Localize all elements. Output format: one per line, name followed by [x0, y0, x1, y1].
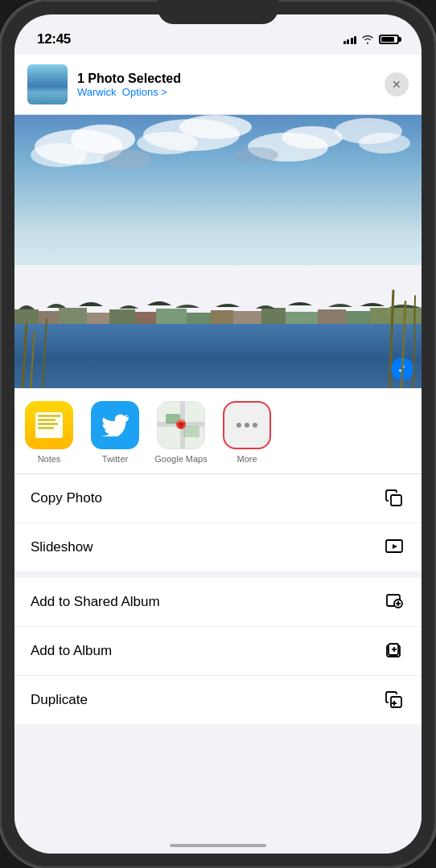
svg-line-30	[389, 290, 393, 388]
close-button[interactable]: ✕	[385, 72, 409, 96]
duplicate-action[interactable]: Duplicate	[14, 676, 422, 724]
twitter-app-icon	[91, 401, 139, 449]
svg-rect-21	[233, 311, 261, 324]
svg-marker-42	[393, 544, 397, 549]
phone-screen: 12:45	[14, 14, 422, 854]
twitter-bird-icon	[101, 414, 129, 436]
svg-rect-40	[391, 495, 401, 506]
svg-rect-23	[286, 312, 318, 324]
main-photo: ✓	[14, 115, 422, 388]
svg-point-2	[31, 143, 87, 167]
slideshow-label: Slideshow	[31, 539, 93, 555]
location-name: Warwick	[77, 86, 117, 98]
maps-label: Google Maps	[154, 454, 207, 464]
copy-photo-action[interactable]: Copy Photo	[14, 474, 422, 523]
svg-line-32	[413, 295, 415, 388]
maps-visual	[158, 402, 204, 448]
notch	[158, 0, 278, 24]
svg-rect-22	[261, 308, 286, 324]
sky	[14, 115, 422, 265]
svg-line-28	[31, 331, 35, 388]
add-album-icon	[383, 640, 405, 662]
svg-point-4	[179, 115, 252, 139]
duplicate-label: Duplicate	[31, 692, 88, 708]
shared-album-icon	[383, 591, 405, 613]
photo-info: 1 Photo Selected Warwick Options >	[77, 72, 375, 98]
battery-icon	[379, 35, 399, 44]
photo-scene	[14, 115, 422, 388]
svg-point-9	[359, 133, 410, 154]
svg-rect-37	[183, 426, 199, 437]
photo-thumbnail	[27, 64, 68, 104]
slideshow-action[interactable]: Slideshow	[14, 523, 422, 571]
wifi-icon	[361, 35, 374, 44]
options-link[interactable]: Options >	[122, 86, 167, 98]
notes-app-icon	[25, 401, 73, 449]
svg-rect-51	[391, 697, 401, 707]
slideshow-icon	[383, 536, 405, 559]
more-app-icon	[223, 401, 271, 449]
svg-rect-16	[109, 309, 135, 324]
twitter-label: Twitter	[102, 454, 128, 464]
apps-row: Notes Twitter	[14, 388, 422, 474]
phone-frame: 12:45	[0, 0, 436, 868]
svg-point-5	[137, 132, 198, 154]
svg-line-29	[43, 318, 47, 388]
add-album-label: Add to Album	[31, 643, 112, 659]
more-label: More	[237, 454, 257, 464]
add-album-action[interactable]: Add to Album	[14, 627, 422, 676]
svg-rect-17	[135, 312, 156, 324]
duplicate-icon	[383, 689, 405, 711]
clouds-svg	[14, 115, 422, 265]
add-shared-album-label: Add to Shared Album	[31, 594, 160, 610]
status-time: 12:45	[37, 31, 71, 47]
svg-point-11	[233, 147, 278, 163]
photo-header: 1 Photo Selected Warwick Options > ✕	[14, 55, 422, 115]
status-icons	[343, 35, 400, 44]
marsh-left	[14, 306, 79, 388]
notes-label: Notes	[38, 454, 61, 464]
app-item-notes[interactable]: Notes	[21, 401, 77, 464]
ground-area	[14, 252, 422, 388]
svg-line-31	[401, 301, 405, 388]
more-dots	[237, 423, 257, 428]
svg-line-27	[23, 322, 27, 388]
home-indicator	[170, 844, 266, 847]
app-item-more[interactable]: More	[219, 401, 275, 464]
svg-rect-20	[211, 310, 233, 324]
svg-rect-15	[87, 313, 109, 324]
marsh-right	[349, 279, 422, 388]
copy-photo-label: Copy Photo	[31, 490, 102, 506]
copy-photo-icon	[383, 487, 405, 510]
add-shared-album-action[interactable]: Add to Shared Album	[14, 578, 422, 627]
signal-icon	[343, 35, 357, 44]
maps-app-icon	[157, 401, 205, 449]
app-item-maps[interactable]: Google Maps	[153, 401, 209, 464]
svg-point-7	[282, 126, 343, 149]
svg-rect-18	[156, 309, 187, 324]
svg-rect-24	[318, 309, 346, 324]
photo-location: Warwick Options >	[77, 86, 375, 98]
svg-rect-19	[187, 313, 211, 324]
actions-section-1: Copy Photo Slideshow	[14, 474, 422, 571]
svg-point-10	[103, 149, 151, 169]
app-item-twitter[interactable]: Twitter	[87, 401, 143, 464]
share-sheet: 1 Photo Selected Warwick Options > ✕	[14, 55, 422, 854]
actions-section-2: Add to Shared Album Add to Album	[14, 578, 422, 724]
photo-count: 1 Photo Selected	[77, 72, 375, 86]
